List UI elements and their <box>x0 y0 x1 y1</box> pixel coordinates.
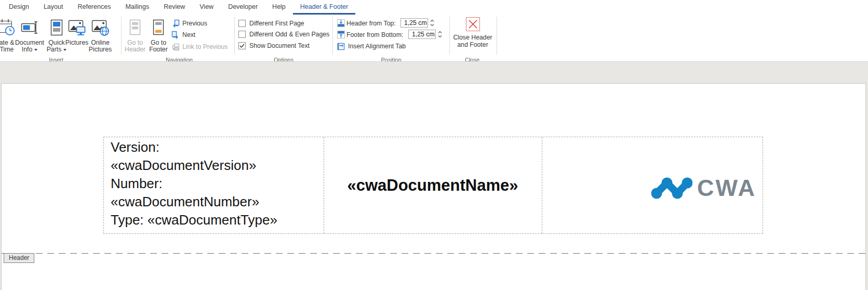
tab-layout[interactable]: Layout <box>36 0 71 15</box>
header-from-top-input[interactable]: 1,25 cm <box>400 18 428 28</box>
previous-button[interactable]: Previous <box>171 19 207 28</box>
merge-field-document-name: «cwaDocumentName» <box>347 176 518 195</box>
pictures-icon <box>68 16 86 39</box>
link-to-previous-button: Link to Previous <box>171 42 228 51</box>
different-odd-even-checkbox[interactable]: Different Odd & Even Pages <box>238 30 329 38</box>
group-separator <box>497 17 497 55</box>
go-to-header-icon <box>126 16 144 39</box>
tab-header-footer[interactable]: Header & Footer <box>293 0 355 15</box>
header-from-top-icon <box>337 19 345 30</box>
header-from-top-spinner[interactable] <box>430 18 435 28</box>
group-separator <box>121 17 122 55</box>
header-boundary-line <box>2 253 865 254</box>
checkbox-checked[interactable] <box>238 42 246 49</box>
document-canvas: Version: «cwaDocumentVersion» Number: «c… <box>0 62 868 290</box>
checkbox-unchecked[interactable] <box>238 31 246 38</box>
group-separator <box>234 17 235 55</box>
online-pictures-button[interactable]: Online Pictures <box>86 16 114 53</box>
merge-field-line: «cwaDocumentVersion» <box>111 156 277 175</box>
close-header-footer-button[interactable]: Close Header and Footer <box>453 17 492 48</box>
footer-from-bottom-label: Footer from Bottom: <box>346 31 403 39</box>
footer-from-bottom-spinner[interactable] <box>437 30 443 39</box>
header-table-cell-version[interactable]: Version: «cwaDocumentVersion» Number: «c… <box>111 138 277 229</box>
cwa-logo-icon <box>651 177 692 199</box>
previous-icon <box>171 19 180 28</box>
show-document-text-checkbox[interactable]: Show Document Text <box>238 42 310 50</box>
footer-from-bottom-input[interactable]: 1,25 cm <box>408 30 436 39</box>
cwa-logo-text: CWA <box>697 178 756 199</box>
tab-references[interactable]: References <box>70 0 118 15</box>
tab-help[interactable]: Help <box>265 0 293 15</box>
online-pictures-icon <box>91 16 110 39</box>
ribbon-tab-bar: Design Layout References Mailings Review… <box>0 0 868 15</box>
checkmark-icon <box>239 43 245 49</box>
merge-field-line: Version: <box>111 138 277 156</box>
insert-alignment-tab-button[interactable]: Insert Alignment Tab <box>337 42 406 51</box>
merge-field-line: Type: «cwaDocumentType» <box>111 211 277 229</box>
header-table-cell-document-name[interactable]: «cwaDocumentName» <box>324 137 542 233</box>
header-table-cell-logo[interactable]: CWA <box>542 137 764 233</box>
merge-field-line: «cwaDocumentNumber» <box>111 193 277 211</box>
different-first-page-checkbox[interactable]: Different First Page <box>238 19 304 28</box>
word-window: Design Layout References Mailings Review… <box>0 0 868 290</box>
cwa-logo: CWA <box>651 177 756 199</box>
group-separator <box>332 17 333 55</box>
header-from-top-label: Header from Top: <box>346 19 396 28</box>
next-button[interactable]: Next <box>171 30 195 39</box>
checkbox-unchecked[interactable] <box>238 20 246 27</box>
quick-parts-icon <box>48 16 65 39</box>
go-to-footer-button[interactable]: Go to Footer <box>147 16 170 53</box>
next-icon <box>171 31 180 39</box>
tab-view[interactable]: View <box>192 0 221 15</box>
header-tag: Header <box>4 253 34 263</box>
tab-developer[interactable]: Developer <box>221 0 265 15</box>
tab-design[interactable]: Design <box>2 0 36 15</box>
pictures-button[interactable]: Pictures <box>64 16 89 46</box>
go-to-header-button: Go to Header <box>124 16 146 53</box>
ribbon: ate & Time Document Info <box>0 15 868 61</box>
document-info-icon <box>20 16 39 39</box>
header-table: Version: «cwaDocumentVersion» Number: «c… <box>103 137 763 234</box>
go-to-footer-icon <box>150 16 167 39</box>
close-icon <box>466 17 480 31</box>
insert-alignment-tab-icon <box>337 42 345 51</box>
link-to-previous-icon <box>171 43 180 51</box>
tab-mailings[interactable]: Mailings <box>118 0 156 15</box>
tab-review[interactable]: Review <box>156 0 192 15</box>
dropdown-chevron-icon <box>63 49 66 51</box>
document-info-button[interactable]: Document Info <box>13 16 46 53</box>
group-separator <box>449 17 450 55</box>
merge-field-line: Number: <box>111 175 277 193</box>
dropdown-chevron-icon <box>34 49 37 51</box>
footer-from-bottom-icon <box>337 30 345 41</box>
